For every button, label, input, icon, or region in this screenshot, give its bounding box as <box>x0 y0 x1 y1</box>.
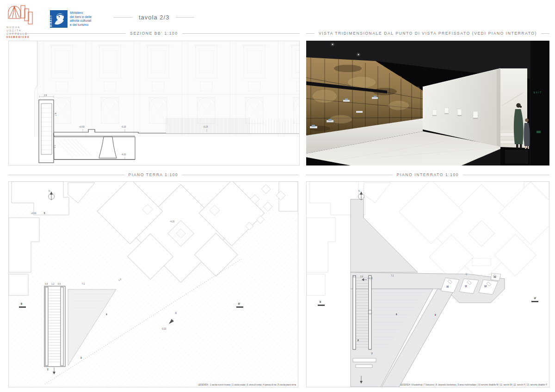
render-title: VISTA TRIDIMENSIONALE DAL PUNTO DI VISTA… <box>319 31 537 36</box>
annotation-label: 5 <box>44 212 45 214</box>
annotation-label: 7 <box>371 353 373 355</box>
annotation-label: 2.8 <box>44 94 47 97</box>
annotation-label: 4 <box>106 313 107 316</box>
annotation-label: C <box>466 273 467 276</box>
section-drawing-panel: 2.84.75.2+0.00-0.15-0.23-4.20 <box>8 41 300 165</box>
annotation-label: - 4.15 <box>367 277 373 280</box>
title-rule-left <box>114 17 132 18</box>
render-image <box>306 41 549 165</box>
annotation-label: 4.7 <box>54 113 56 116</box>
title-rule-right <box>176 17 194 18</box>
new-stair <box>44 286 65 374</box>
annotation-label: B <box>320 301 321 303</box>
basement-title: PIANO INTERRATO 1:100 <box>397 172 459 177</box>
ministry-name: Ministero dei beni e delle attività cult… <box>70 10 92 27</box>
ministry-logo: MiBACT Ministero dei beni e delle attivi… <box>50 10 92 28</box>
annotation-label: B' <box>534 297 536 300</box>
section-drawing <box>9 41 299 165</box>
ground-plan-panel: LEGENDA : 1.uscita nuovo museo | 2.uscit… <box>8 181 298 387</box>
annotation-label: -0.23 <box>203 126 208 128</box>
logo-line: NUOVA <box>6 26 46 29</box>
basement-plan-panel: LEGENDA: 6.bookshop | 7.bancone | 8. dep… <box>306 181 549 387</box>
annotation-label: B <box>21 303 22 305</box>
render-title-bar: VISTA TRIDIMENSIONALE DAL PUNTO DI VISTA… <box>306 31 549 36</box>
annotation-label: 8 <box>358 339 359 342</box>
annotation-label: -4.20 <box>170 220 174 223</box>
exit-sign: EXIT <box>534 92 542 94</box>
sheet-label: tavola 2/3 <box>139 14 169 21</box>
legend-text: LEGENDA : 1.uscita nuovo museo | 2.uscit… <box>198 384 296 386</box>
render-view-panel: EXIT <box>306 41 549 165</box>
annotation-label: 12 <box>484 285 487 288</box>
annotation-label: -4.20 <box>121 153 126 156</box>
annotation-label: 7.2 <box>391 275 394 277</box>
annotation-label: -0.15 <box>121 126 126 128</box>
annotation-label: 1 <box>175 312 177 314</box>
annotation-label: -0.20 <box>161 328 166 330</box>
annotation-label: 0.6 <box>58 283 61 285</box>
annotation-label: 1.2 <box>51 283 54 285</box>
annotation-label: 3 <box>80 357 82 359</box>
mibact-icon: MiBACT <box>50 10 68 28</box>
annotation-label: 7.2 <box>82 283 85 285</box>
sheet-title: tavola 2/3 <box>114 14 194 21</box>
annotation-label: 5.2 <box>53 145 56 148</box>
annotation-label: 0.6 <box>360 276 363 278</box>
ground-title-bar: PIANO TERRA 1:100 <box>8 172 298 178</box>
section-title-bar: SEZIONE BB' 1:100 <box>8 31 300 36</box>
basement-plan-drawing <box>307 182 549 387</box>
annotation-label: 9 <box>435 314 436 316</box>
presentation-board: NUOVA USCITA CAPPELLE 000MEDICEE MiBACT … <box>0 0 555 392</box>
annotation-label: 2 <box>47 368 49 371</box>
legend-text: LEGENDA: 6.bookshop | 7.bancone | 8. dep… <box>400 384 547 386</box>
annotation-label: 11 <box>465 285 467 288</box>
logo-motto: 000MEDICEE <box>6 36 46 39</box>
annotation-label: +0.00 <box>79 126 84 128</box>
annotation-label: +0.00 <box>31 212 36 214</box>
annotation-label: N <box>49 190 50 192</box>
annotation-label: 10 <box>446 286 449 288</box>
annotation-label: 0.8 <box>45 283 48 285</box>
annotation-label: 6 <box>396 313 397 316</box>
ground-title: PIANO TERRA 1:100 <box>129 172 179 177</box>
annotation-label: N <box>358 190 360 192</box>
dome-logo-icon <box>6 5 33 25</box>
annotation-label: B' <box>238 303 240 305</box>
annotation-label: 13 <box>493 276 496 278</box>
mibact-acronym: MiBACT <box>49 15 52 27</box>
annotation-label: 1.2 <box>353 276 356 278</box>
section-title: SEZIONE BB' 1:100 <box>130 31 178 36</box>
basement-title-bar: PIANO INTERRATO 1:100 <box>306 172 549 178</box>
